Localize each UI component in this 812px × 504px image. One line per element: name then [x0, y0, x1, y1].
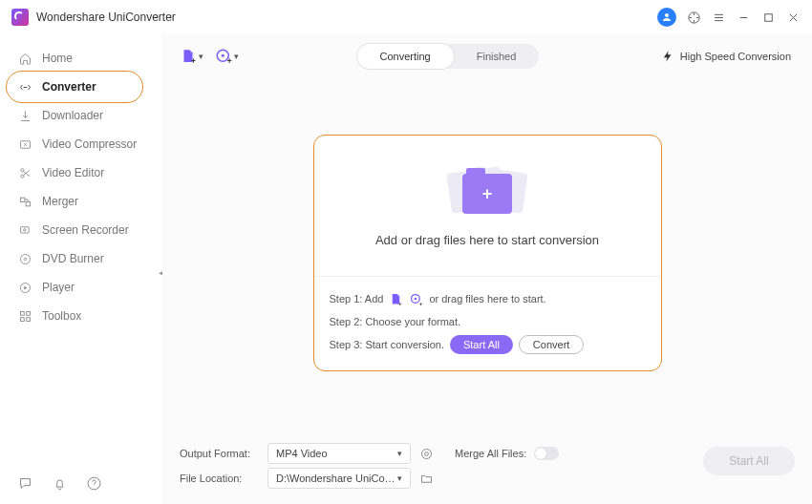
merge-label: Merge All Files: — [455, 448, 526, 459]
recorder-icon — [17, 222, 32, 238]
titlebar-right — [657, 8, 801, 27]
sidebar-item-merger[interactable]: Merger — [0, 187, 162, 216]
open-folder-icon[interactable] — [418, 471, 434, 486]
output-format-select[interactable]: MP4 Video ▾ — [267, 443, 411, 464]
drop-target[interactable]: + Add or drag files here to start conver… — [314, 136, 661, 277]
step-3: Step 3: Start conversion. Start All Conv… — [330, 334, 646, 355]
notifications-icon[interactable] — [52, 475, 69, 493]
menu-icon[interactable] — [711, 10, 726, 25]
sidebar-item-label: Downloader — [42, 109, 103, 122]
add-file-icon: + — [389, 292, 403, 306]
compress-icon — [17, 136, 32, 152]
scissors-icon — [17, 165, 32, 180]
chevron-down-icon: ▾ — [397, 449, 402, 458]
add-file-button[interactable]: + ▾ — [180, 48, 203, 65]
convert-pill[interactable]: Convert — [519, 335, 585, 354]
svg-text:+: + — [398, 299, 402, 305]
chevron-down-icon: ▾ — [199, 52, 203, 61]
feedback-icon[interactable] — [17, 475, 34, 493]
sidebar-item-player[interactable]: Player — [0, 273, 162, 302]
merger-icon — [17, 194, 32, 209]
sidebar-item-label: Screen Recorder — [42, 223, 129, 237]
svg-text:+: + — [419, 299, 423, 305]
merge-toggle[interactable] — [534, 447, 559, 460]
drop-heading: Add or drag files here to start conversi… — [375, 233, 599, 247]
sidebar-item-label: Video Editor — [42, 166, 104, 179]
chevron-down-icon: ▾ — [234, 52, 239, 61]
minimize-button[interactable] — [736, 10, 751, 24]
step-1: Step 1: Add + + or drag files here to st… — [330, 288, 646, 309]
lightning-icon — [661, 50, 674, 63]
svg-rect-8 — [20, 226, 29, 232]
svg-point-0 — [665, 13, 669, 17]
svg-point-19 — [222, 53, 224, 56]
start-all-pill[interactable]: Start All — [450, 335, 513, 354]
tab-finished[interactable]: Finished — [454, 44, 540, 69]
toolbar: + ▾ + ▾ Converting Finished High Speed C… — [162, 34, 812, 77]
add-disc-icon: + — [409, 292, 423, 306]
output-format-label: Output Format: — [180, 448, 260, 459]
high-speed-conversion[interactable]: High Speed Conversion — [657, 50, 795, 63]
support-icon[interactable] — [686, 10, 701, 25]
drop-area[interactable]: + Add or drag files here to start conver… — [313, 135, 662, 371]
home-icon — [17, 51, 32, 66]
add-dvd-button[interactable]: + ▾ — [215, 48, 239, 65]
app-title: Wondershare UniConverter — [36, 10, 176, 24]
svg-point-9 — [23, 228, 26, 231]
dvd-icon — [17, 251, 32, 266]
svg-rect-2 — [764, 13, 772, 21]
svg-rect-15 — [20, 317, 24, 321]
footer-icons — [17, 475, 103, 493]
app-logo — [11, 9, 29, 26]
svg-text:+: + — [191, 56, 196, 65]
add-disc-icon: + — [215, 48, 232, 65]
sidebar-item-downloader[interactable]: Downloader — [0, 101, 162, 130]
step-2: Step 2: Choose your format. — [330, 311, 646, 332]
sidebar-item-label: Converter — [42, 80, 96, 94]
titlebar-left: Wondershare UniConverter — [11, 9, 176, 26]
bottom-bar: Output Format: MP4 Video ▾ Merge All Fil… — [162, 435, 812, 504]
plus-icon: + — [482, 184, 493, 204]
sidebar-item-label: Home — [42, 52, 73, 65]
svg-point-10 — [20, 254, 30, 263]
close-button[interactable] — [785, 10, 801, 24]
svg-text:+: + — [227, 56, 232, 65]
titlebar: Wondershare UniConverter — [0, 0, 812, 34]
start-all-button[interactable]: Start All — [703, 447, 795, 475]
user-avatar[interactable] — [657, 8, 676, 27]
svg-point-5 — [20, 175, 23, 178]
sidebar-item-editor[interactable]: Video Editor — [0, 158, 162, 187]
sidebar: Home Converter Downloader Video Compress… — [0, 34, 162, 504]
tab-converting[interactable]: Converting — [357, 44, 454, 69]
sidebar-item-converter[interactable]: Converter — [0, 73, 162, 101]
chevron-down-icon: ▾ — [397, 473, 402, 483]
svg-point-4 — [20, 168, 23, 171]
help-icon[interactable] — [86, 475, 103, 493]
folder-illustration: + — [449, 164, 525, 220]
status-tabs: Converting Finished — [357, 44, 540, 69]
play-icon — [17, 280, 32, 295]
svg-rect-6 — [20, 198, 24, 201]
svg-point-25 — [421, 449, 431, 458]
sidebar-item-compressor[interactable]: Video Compressor — [0, 130, 162, 158]
sidebar-item-label: Video Compressor — [42, 137, 137, 151]
svg-point-26 — [424, 452, 428, 455]
sidebar-item-recorder[interactable]: Screen Recorder — [0, 216, 162, 244]
svg-point-23 — [415, 297, 417, 300]
download-icon — [17, 108, 32, 123]
main-panel: + ▾ + ▾ Converting Finished High Speed C… — [162, 34, 812, 504]
sidebar-item-label: Merger — [42, 195, 78, 208]
file-location-select[interactable]: D:\Wondershare UniConverter ▾ — [267, 468, 411, 489]
svg-rect-7 — [26, 201, 30, 205]
file-location-label: File Location: — [180, 472, 260, 484]
converter-icon — [17, 79, 32, 94]
hsc-label: High Speed Conversion — [680, 51, 791, 62]
maximize-button[interactable] — [760, 10, 776, 24]
sidebar-item-toolbox[interactable]: Toolbox — [0, 302, 162, 330]
format-settings-icon[interactable] — [418, 446, 434, 461]
svg-rect-16 — [26, 317, 30, 321]
svg-rect-13 — [20, 311, 24, 315]
drop-steps: Step 1: Add + + or drag files here to st… — [314, 277, 661, 370]
sidebar-item-home[interactable]: Home — [0, 44, 162, 73]
sidebar-item-dvd[interactable]: DVD Burner — [0, 244, 162, 273]
